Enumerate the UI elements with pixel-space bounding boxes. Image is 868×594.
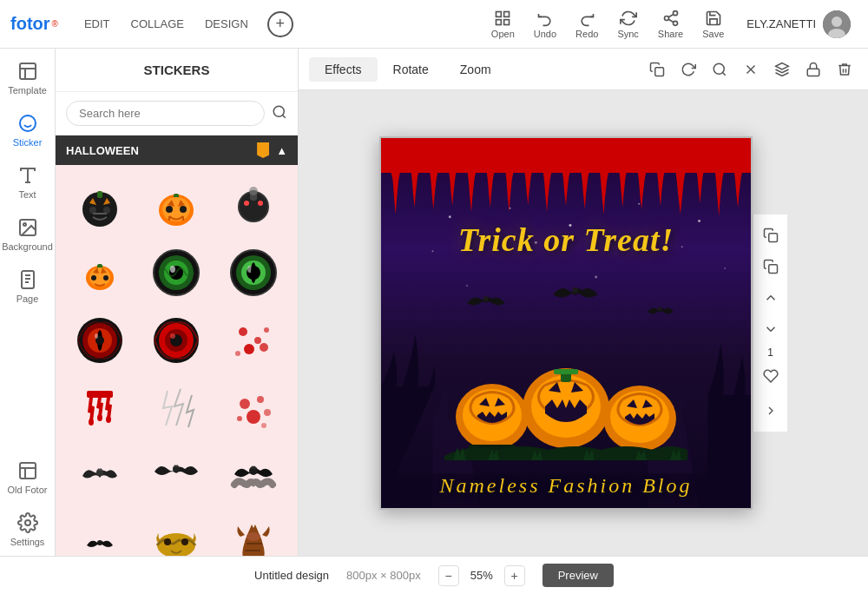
- nav-collage[interactable]: COLLAGE: [122, 12, 193, 36]
- panel-up-icon[interactable]: [757, 284, 785, 312]
- sticker-item[interactable]: [64, 241, 135, 304]
- sidebar-item-settings[interactable]: Settings: [0, 504, 56, 556]
- effects-button[interactable]: Effects: [309, 57, 378, 82]
- sticker-grid: ★: [56, 165, 298, 556]
- layers-icon[interactable]: [769, 56, 795, 82]
- sticker-item[interactable]: [64, 309, 135, 372]
- svg-point-86: [235, 351, 240, 356]
- sidebar-item-oldfotor[interactable]: Old Fotor: [0, 452, 56, 504]
- svg-rect-150: [768, 234, 777, 242]
- canvas-frame[interactable]: Trick or Treat!: [379, 136, 753, 510]
- share-action[interactable]: Share: [649, 6, 692, 43]
- sticker-item[interactable]: [218, 377, 289, 439]
- sticker-item[interactable]: [64, 377, 135, 439]
- bottombar: Untitled design 800px × 800px − 55% + Pr…: [0, 556, 868, 594]
- panel-copy2-icon[interactable]: [757, 253, 785, 280]
- svg-point-50: [244, 201, 249, 206]
- sidebar-item-text[interactable]: Text: [0, 156, 56, 208]
- sidebar-item-background[interactable]: Background: [0, 208, 56, 261]
- svg-point-82: [254, 337, 261, 344]
- svg-point-93: [247, 410, 260, 424]
- zoom-in-button[interactable]: +: [504, 565, 525, 586]
- svg-point-43: [180, 206, 187, 213]
- refresh-icon[interactable]: [675, 56, 701, 82]
- rotate-button[interactable]: Rotate: [378, 57, 444, 82]
- zoom-button[interactable]: Zoom: [444, 57, 507, 82]
- search-icon[interactable]: [707, 56, 733, 82]
- svg-point-121: [449, 215, 451, 218]
- sticker-item[interactable]: [141, 377, 212, 439]
- category-label: HALLOWEEN: [66, 144, 139, 157]
- svg-line-29: [282, 115, 285, 117]
- sticker-item[interactable]: [141, 445, 212, 507]
- sticker-item[interactable]: [141, 241, 212, 304]
- svg-rect-0: [496, 11, 502, 16]
- svg-point-131: [724, 267, 726, 269]
- svg-line-114: [722, 72, 725, 75]
- panel-heart-icon[interactable]: [757, 362, 785, 390]
- svg-point-35: [103, 207, 110, 214]
- topbar-nav: EDIT COLLAGE DESIGN: [76, 12, 257, 36]
- svg-point-100: [97, 540, 102, 545]
- share-label: Share: [658, 29, 683, 39]
- svg-point-75: [95, 333, 98, 339]
- sidebar-item-template[interactable]: Template: [0, 52, 56, 104]
- trash-icon[interactable]: [832, 56, 858, 82]
- undo-label: Undo: [534, 29, 556, 39]
- open-action[interactable]: Open: [483, 6, 523, 43]
- search-icon[interactable]: [272, 104, 287, 123]
- main: Template Sticker Text Background Page Ol…: [0, 49, 868, 556]
- svg-point-63: [170, 266, 175, 273]
- lock-icon[interactable]: [800, 56, 826, 82]
- sticker-item[interactable]: [64, 445, 135, 507]
- sticker-item[interactable]: [141, 174, 212, 236]
- sticker-item[interactable]: [218, 241, 289, 304]
- svg-point-124: [638, 203, 640, 205]
- close-icon[interactable]: [738, 56, 764, 82]
- svg-point-90: [106, 416, 111, 423]
- sidebar-item-sticker[interactable]: Sticker: [0, 104, 56, 156]
- user-name: ELY.ZANETTI: [746, 17, 816, 30]
- svg-point-92: [257, 396, 264, 403]
- svg-line-8: [668, 14, 674, 16]
- category-bar[interactable]: HALLOWEEN ▲: [56, 135, 298, 165]
- redo-action[interactable]: Redo: [567, 6, 607, 43]
- svg-rect-2: [496, 19, 502, 24]
- svg-point-58: [103, 275, 108, 280]
- nav-design[interactable]: DESIGN: [196, 12, 257, 36]
- svg-point-51: [258, 201, 263, 206]
- copy-icon[interactable]: [644, 56, 670, 82]
- zoom-controls: − 55% +: [438, 565, 525, 586]
- sidebar-item-page[interactable]: Page: [0, 261, 56, 313]
- search-input[interactable]: [66, 101, 265, 126]
- sticker-item[interactable]: [141, 309, 212, 372]
- svg-point-84: [264, 327, 269, 333]
- add-button[interactable]: +: [267, 11, 293, 37]
- svg-point-5: [664, 16, 668, 20]
- sticker-item[interactable]: [218, 512, 289, 556]
- sticker-item[interactable]: [64, 512, 135, 556]
- preview-button[interactable]: Preview: [542, 564, 614, 587]
- undo-action[interactable]: Undo: [525, 6, 565, 43]
- svg-point-83: [244, 344, 254, 354]
- topbar: fotor® EDIT COLLAGE DESIGN + Open Undo R…: [0, 0, 868, 49]
- design-size: 800px × 800px: [346, 569, 421, 582]
- svg-line-7: [668, 19, 674, 22]
- save-action[interactable]: Save: [694, 6, 733, 43]
- canvas-toolbar-right: [644, 56, 858, 82]
- panel-expand-icon[interactable]: [757, 397, 785, 425]
- right-panel: 1: [753, 214, 787, 432]
- sticker-item[interactable]: [218, 309, 289, 372]
- sticker-item[interactable]: [218, 445, 289, 507]
- zoom-out-button[interactable]: −: [438, 565, 459, 586]
- user-area[interactable]: ELY.ZANETTI: [740, 7, 858, 42]
- sync-action[interactable]: Sync: [608, 6, 647, 43]
- svg-rect-112: [655, 67, 664, 76]
- sticker-item[interactable]: [64, 174, 135, 236]
- panel-copy-icon[interactable]: [757, 221, 785, 249]
- panel-down-icon[interactable]: [757, 315, 785, 343]
- sticker-panel-title: STICKERS: [56, 49, 298, 92]
- nav-edit[interactable]: EDIT: [76, 12, 119, 36]
- sticker-item[interactable]: [218, 174, 289, 236]
- sticker-item[interactable]: ★: [141, 512, 212, 556]
